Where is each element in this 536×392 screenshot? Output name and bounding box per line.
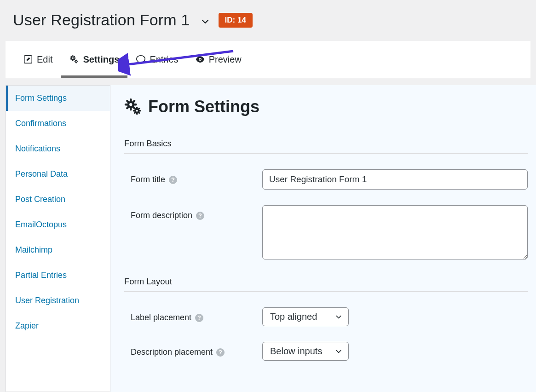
help-icon[interactable]: ? bbox=[196, 212, 204, 220]
row-label-placement: Label placement ? Top aligned bbox=[124, 307, 528, 326]
content-title: Form Settings bbox=[148, 97, 259, 116]
section-heading-layout: Form Layout bbox=[124, 277, 528, 292]
tab-preview[interactable]: Preview bbox=[187, 41, 250, 78]
form-id-badge: ID: 14 bbox=[219, 13, 253, 28]
sidebar-item-partial-entries[interactable]: Partial Entries bbox=[6, 263, 110, 288]
sidebar-item-label: Zapier bbox=[15, 321, 39, 330]
speech-icon bbox=[136, 54, 146, 64]
form-title: User Registration Form 1 bbox=[13, 11, 190, 29]
svg-line-23 bbox=[127, 101, 128, 102]
label-form-title: Form title bbox=[131, 175, 165, 184]
svg-line-25 bbox=[127, 107, 128, 109]
sidebar-item-personal-data[interactable]: Personal Data bbox=[6, 161, 110, 187]
sidebar-item-label: EmailOctopus bbox=[15, 220, 67, 229]
sidebar-item-label: Partial Entries bbox=[15, 271, 67, 280]
eye-icon bbox=[195, 54, 205, 64]
edit-icon bbox=[23, 54, 33, 64]
sidebar-item-emailoctopus[interactable]: EmailOctopus bbox=[6, 212, 110, 237]
section-heading-basics: Form Basics bbox=[124, 138, 528, 154]
sidebar-item-label: Personal Data bbox=[15, 169, 68, 179]
input-form-title[interactable] bbox=[262, 169, 528, 190]
row-description-placement: Description placement ? Below inputs bbox=[124, 342, 528, 361]
svg-point-10 bbox=[75, 60, 77, 62]
select-label-placement[interactable]: Top aligned bbox=[262, 307, 349, 326]
tab-edit[interactable]: Edit bbox=[15, 41, 61, 78]
gears-icon bbox=[69, 54, 79, 64]
sidebar-item-label: Confirmations bbox=[15, 119, 66, 128]
page-header: User Registration Form 1 ID: 14 bbox=[0, 0, 536, 41]
form-switcher-dropdown[interactable] bbox=[201, 17, 209, 26]
svg-line-7 bbox=[75, 59, 75, 60]
tab-label: Settings bbox=[83, 54, 119, 65]
tab-entries[interactable]: Entries bbox=[127, 41, 186, 78]
row-form-description: Form description ? bbox=[124, 205, 528, 261]
chevron-down-icon bbox=[335, 348, 342, 355]
tab-label: Preview bbox=[209, 54, 242, 65]
chevron-down-icon bbox=[335, 314, 342, 320]
textarea-form-description[interactable] bbox=[262, 205, 528, 259]
svg-line-33 bbox=[138, 112, 139, 113]
svg-point-18 bbox=[128, 102, 133, 107]
select-description-placement[interactable]: Below inputs bbox=[262, 342, 349, 361]
label-form-description: Form description bbox=[131, 211, 192, 220]
sidebar-item-post-creation[interactable]: Post Creation bbox=[6, 187, 110, 212]
select-value: Below inputs bbox=[270, 346, 322, 357]
sidebar-item-label: Post Creation bbox=[15, 195, 65, 204]
tab-settings[interactable]: Settings bbox=[61, 41, 127, 78]
sidebar-item-confirmations[interactable]: Confirmations bbox=[6, 111, 110, 136]
sidebar-item-mailchimp[interactable]: Mailchimp bbox=[6, 237, 110, 263]
sidebar-item-label: User Registration bbox=[15, 296, 79, 305]
settings-content: Form Settings Form Basics Form title ? F… bbox=[110, 85, 536, 392]
sidebar-item-label: Form Settings bbox=[15, 93, 67, 103]
help-icon[interactable]: ? bbox=[216, 348, 225, 357]
gears-icon bbox=[124, 98, 142, 115]
svg-line-34 bbox=[135, 112, 135, 113]
settings-sidebar: Form Settings Confirmations Notification… bbox=[6, 85, 110, 392]
chevron-down-icon bbox=[201, 17, 209, 26]
row-form-title: Form title ? bbox=[124, 169, 528, 190]
svg-line-26 bbox=[133, 101, 135, 102]
sidebar-item-label: Notifications bbox=[15, 144, 60, 153]
svg-line-9 bbox=[75, 56, 75, 57]
sidebar-item-user-registration[interactable]: User Registration bbox=[6, 288, 110, 313]
svg-point-1 bbox=[72, 57, 75, 59]
sidebar-item-notifications[interactable]: Notifications bbox=[6, 136, 110, 161]
tab-label: Entries bbox=[150, 54, 178, 65]
select-value: Top aligned bbox=[270, 311, 317, 322]
content-title-row: Form Settings bbox=[124, 97, 528, 116]
label-label-placement: Label placement bbox=[131, 313, 191, 323]
sidebar-item-form-settings[interactable]: Form Settings bbox=[6, 86, 110, 111]
help-icon[interactable]: ? bbox=[169, 176, 177, 184]
svg-line-35 bbox=[138, 109, 139, 109]
help-icon[interactable]: ? bbox=[195, 314, 203, 322]
sidebar-item-zapier[interactable]: Zapier bbox=[6, 313, 110, 339]
svg-line-6 bbox=[71, 56, 72, 57]
sidebar-item-label: Mailchimp bbox=[15, 245, 52, 254]
svg-line-8 bbox=[71, 59, 72, 60]
tabs-bar: Edit Settings Entries bbox=[6, 41, 530, 78]
body: Form Settings Confirmations Notification… bbox=[6, 85, 536, 392]
tab-label: Edit bbox=[37, 54, 52, 65]
svg-line-32 bbox=[135, 109, 135, 109]
svg-point-16 bbox=[199, 59, 201, 60]
label-description-placement: Description placement bbox=[131, 347, 213, 357]
